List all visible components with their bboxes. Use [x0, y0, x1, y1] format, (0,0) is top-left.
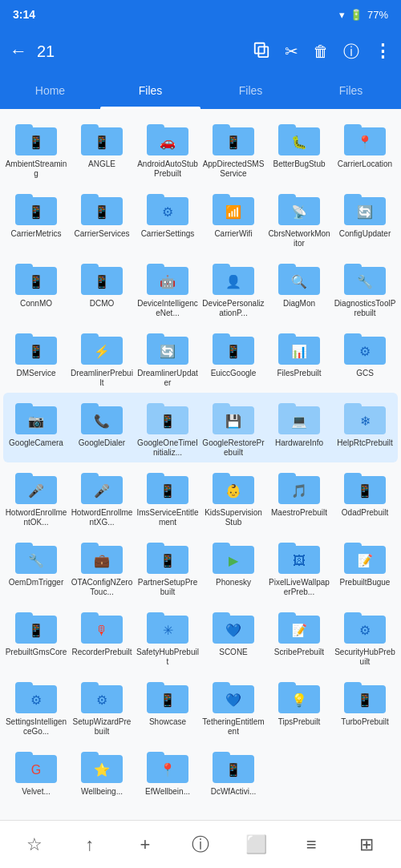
list-item[interactable]: 🔧 OemDmTrigger [3, 532, 69, 602]
info-icon[interactable]: ⓘ [343, 41, 359, 63]
svg-rect-30 [213, 194, 230, 202]
list-item[interactable]: 🚗 AndroidAutoStubPrebuilt [135, 114, 200, 184]
list-item[interactable]: 💾 GoogleRestorePrebuilt [200, 393, 266, 462]
list-item[interactable]: 🎤 HotwordEnrollmentOK... [3, 462, 69, 532]
list-item[interactable]: 📱 EuiccGoogle [200, 323, 266, 393]
list-item[interactable]: 🖼 PixelLiveWallpaperPreb... [266, 532, 332, 602]
list-item[interactable]: ⚙ SecurityHubPrebuilt [332, 602, 398, 672]
svg-text:🚗: 🚗 [160, 135, 176, 150]
selection-count: 21 [37, 42, 243, 61]
cut-icon[interactable]: ✂ [285, 42, 298, 61]
list-item[interactable]: 📱 AmbientStreaming [3, 114, 69, 184]
list-item[interactable]: 🔧 DiagnosticsToolPrebuilt [332, 253, 398, 323]
file-label: AmbientStreaming [5, 159, 67, 179]
list-item[interactable]: ⚙ SetupWizardPrebuilt [69, 672, 135, 741]
list-item[interactable]: 🔍 DiagMon [266, 253, 332, 323]
svg-text:📱: 📱 [225, 344, 241, 359]
list-item[interactable]: 📝 ScribePrebuilt [266, 602, 332, 672]
list-item[interactable]: 📱 DCMO [69, 253, 135, 323]
sort-button[interactable]: ≡ [294, 828, 328, 862]
list-item[interactable]: 🎵 MaestroPrebuilt [266, 462, 332, 532]
svg-text:⭐: ⭐ [94, 762, 110, 777]
list-item[interactable]: 💙 TetheringEntitlement [200, 672, 266, 741]
list-item[interactable]: ⚙ CarrierSettings [135, 184, 200, 253]
list-item[interactable]: 🤖 DeviceIntelligenceNet... [135, 253, 200, 323]
list-item[interactable]: 📱 GoogleOneTimeInitializ... [135, 393, 200, 462]
list-item[interactable]: 📷 GoogleCamera [3, 393, 69, 462]
more-icon[interactable]: ⋮ [374, 41, 391, 62]
file-label: EfWellbein... [145, 787, 190, 797]
list-item[interactable]: 🔄 DreamlinerUpdater [135, 323, 200, 393]
list-item[interactable]: 📞 GoogleDialer [69, 393, 135, 462]
list-item[interactable]: ▶ Phonesky [200, 532, 266, 602]
svg-text:📱: 📱 [225, 135, 241, 150]
svg-rect-153 [147, 682, 164, 690]
list-item[interactable]: ⚡ DreamlinerPrebuilt [69, 323, 135, 393]
list-item[interactable]: ⚙ SettingsIntelligenceGo... [3, 672, 69, 741]
list-item[interactable]: 📶 CarrierWifi [200, 184, 266, 253]
list-item[interactable]: 📡 CbrsNetworkMonitor [266, 184, 332, 253]
select-button[interactable]: ⬜ [239, 828, 273, 862]
list-item[interactable]: 💡 TipsPrebuilt [266, 672, 332, 741]
list-item[interactable]: 📱 CarrierMetrics [3, 184, 69, 253]
grid-button[interactable]: ⊞ [350, 828, 383, 862]
list-item[interactable]: ❄ HelpRtcPrebuilt [332, 393, 398, 462]
list-item[interactable]: 📝 PrebuiltBugue [332, 532, 398, 602]
file-label: ConfigUpdater [339, 229, 391, 239]
list-item[interactable]: 🎤 HotwordEnrollmentXG... [69, 462, 135, 532]
svg-text:💡: 💡 [291, 692, 307, 708]
tab-files-2[interactable]: Files [200, 74, 301, 107]
tabs: Home Files Files Files [0, 74, 401, 109]
list-item[interactable]: 💼 OTAConfigNZeroTouc... [69, 532, 135, 602]
tab-files-3[interactable]: Files [301, 74, 401, 107]
list-item[interactable]: G Velvet... [3, 741, 69, 801]
svg-rect-6 [81, 124, 99, 132]
file-label: DcWfActivi... [211, 787, 257, 797]
list-item[interactable]: ⚙ GCS [332, 323, 398, 393]
list-item[interactable]: 📱 OdadPrebuilt [332, 462, 398, 532]
list-item[interactable]: 📱 ANGLE [69, 114, 135, 184]
svg-rect-57 [15, 333, 33, 341]
list-item[interactable]: 📱 CarrierServices [69, 184, 135, 253]
tab-home[interactable]: Home [0, 74, 100, 107]
list-item[interactable]: 🎙 RecorderPrebuilt [69, 602, 135, 672]
list-item[interactable]: 📱 DMService [3, 323, 69, 393]
list-item[interactable]: 📍 CarrierLocation [332, 114, 398, 184]
file-label: TurboPrebuilt [341, 717, 389, 727]
list-item[interactable]: 📱 AppDirectedSMSService [200, 114, 266, 184]
tab-files-1[interactable]: Files [100, 74, 200, 107]
list-item[interactable]: 📱 PrebuiltGmsCore [3, 602, 69, 672]
list-item[interactable]: 📱 ImsServiceEntitlement [135, 462, 200, 532]
svg-text:🐛: 🐛 [291, 135, 307, 150]
list-item[interactable]: 📱 PartnerSetupPrebuilt [135, 532, 200, 602]
svg-text:👶: 👶 [225, 483, 241, 499]
copy-icon[interactable] [253, 41, 270, 63]
list-item[interactable]: ✳ SafetyHubPrebuilt [135, 602, 200, 672]
svg-text:▶: ▶ [229, 554, 239, 567]
info-bottom-button[interactable]: ⓘ [184, 828, 217, 862]
delete-icon[interactable]: 🗑 [313, 42, 329, 61]
list-item[interactable]: 🐛 BetterBugStub [266, 114, 332, 184]
list-item[interactable]: 💙 SCONE [200, 602, 266, 672]
svg-rect-114 [81, 543, 99, 551]
list-item[interactable]: ⭐ Wellbeing... [69, 741, 135, 801]
list-item[interactable]: 📱 TurboPrebuilt [332, 672, 398, 741]
file-row: 🎤 HotwordEnrollmentOK... 🎤 HotwordEnroll… [3, 462, 398, 532]
list-item[interactable]: 📍 EfWellbein... [135, 741, 200, 801]
list-item[interactable]: 👶 KidsSupervisionStub [200, 462, 266, 532]
list-item[interactable]: 💻 HardwareInfo [266, 393, 332, 462]
star-button[interactable]: ☆ [18, 828, 51, 862]
up-button[interactable]: ↑ [73, 828, 107, 862]
add-button[interactable]: + [128, 828, 162, 862]
list-item[interactable]: 👤 DevicePersonalizationP... [200, 253, 266, 323]
list-item[interactable]: 🔄 ConfigUpdater [332, 184, 398, 253]
svg-rect-42 [81, 264, 99, 272]
svg-text:💼: 💼 [94, 553, 110, 568]
list-item[interactable]: 📊 FilesPrebuilt [266, 323, 332, 393]
svg-text:🔄: 🔄 [357, 204, 373, 220]
back-button[interactable]: ← [10, 41, 27, 62]
list-item[interactable]: 📱 Showcase [135, 672, 200, 741]
list-item[interactable]: 📱 DcWfActivi... [200, 741, 266, 801]
svg-text:⚙: ⚙ [162, 205, 173, 219]
list-item[interactable]: 📱 ConnMO [3, 253, 69, 323]
